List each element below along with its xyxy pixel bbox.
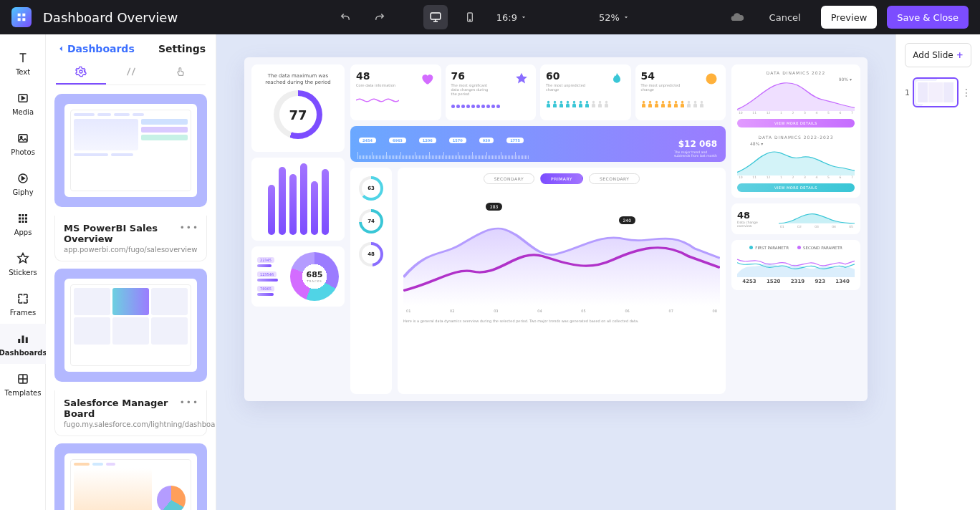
cancel-button[interactable]: Cancel [759,6,811,29]
chevron-left-icon [56,44,66,54]
gauge-ring: 77 [274,90,322,139]
rail-label: Giphy [12,188,33,196]
svg-point-27 [586,101,588,103]
param-value: 1520 [767,279,780,284]
banner-bubble: 930 [479,138,494,143]
mini-ring: 63 [359,176,383,201]
dashboard-canvas[interactable]: The data maximum was reached during the … [244,57,868,401]
panel-tab-map[interactable] [106,60,156,85]
dashboard-name: Salesforce Manager Board [64,398,198,419]
rail-label: Apps [14,228,32,236]
svg-point-21 [547,101,549,103]
circle-icon [704,72,719,86]
route-icon [125,66,137,77]
svg-point-29 [599,101,601,103]
rail-label: Photos [11,148,35,156]
svg-point-37 [674,101,676,103]
banner-bubble: 1775 [506,138,524,143]
rail-label: Frames [10,309,36,317]
svg-point-41 [700,101,702,103]
bar [289,174,297,235]
svg-rect-18 [26,337,28,342]
back-button[interactable]: Dashboards [56,43,135,54]
rail-item-frames[interactable]: Frames [0,284,46,324]
aspect-ratio-label: 16:9 [496,12,517,23]
track-bar [257,264,272,267]
svg-rect-8 [22,214,24,216]
svg-rect-0 [431,13,441,19]
card-menu-icon[interactable]: ••• [180,398,199,408]
rail-item-templates[interactable]: Templates [0,364,46,404]
add-slide-button[interactable]: Add Slide + [905,43,971,67]
rail-item-text[interactable]: Text [0,43,46,83]
undo-icon[interactable] [333,5,357,29]
canvas-area[interactable]: The data maximum was reached during the … [216,34,895,510]
chart-pill[interactable]: SECONDARY [589,173,640,184]
dashboard-thumbnail [64,104,197,197]
bars-card [251,158,345,241]
svg-point-36 [668,101,670,103]
svg-point-32 [642,101,644,103]
svg-point-20 [80,70,82,73]
zoom-select[interactable]: 52% [595,12,634,23]
stickers-icon [16,251,30,266]
stat-label: The most unpredicted change [641,83,684,92]
svg-point-26 [580,101,582,103]
chevron-down-icon [520,14,527,21]
rail-item-photos[interactable]: Photos [0,123,46,163]
main-chart-card: SECONDARYPRIMARYSECONDARY 283240 01020 [398,168,726,394]
rail-item-giphy[interactable]: Giphy [0,163,46,203]
cloud-sync-icon[interactable] [725,5,749,29]
view-details-button-a[interactable]: VIEW MORE DETAILS [737,119,855,128]
save-close-button[interactable]: Save & Close [887,6,969,29]
desktop-view-icon[interactable] [423,5,448,29]
chart-pill[interactable]: PRIMARY [540,173,583,184]
rail-item-dashboards[interactable]: Dashboards [0,324,46,364]
mobile-view-icon[interactable] [458,5,482,29]
svg-rect-9 [25,214,27,216]
stat-tile: 54The most unpredicted change [635,64,726,120]
rail-label: Stickers [9,269,37,276]
text-icon [16,51,30,65]
svg-rect-7 [19,214,21,216]
star-icon [514,72,529,86]
dashboard-card[interactable] [54,94,207,207]
svg-rect-16 [18,339,20,343]
rail-item-stickers[interactable]: Stickers [0,244,46,284]
svg-point-33 [648,101,650,103]
design-title-input[interactable] [42,9,242,26]
redo-icon[interactable] [368,5,392,29]
slide-thumbnail[interactable] [913,77,959,107]
chart-pill[interactable]: SECONDARY [484,173,535,184]
bar [322,169,329,235]
track-label: 22345 [257,257,274,263]
bar [279,167,286,235]
slide-menu-icon[interactable]: ⋮ [961,87,971,98]
rail-item-apps[interactable]: Apps [0,203,46,244]
panel-tab-touch[interactable] [155,60,206,85]
preview-button[interactable]: Preview [821,6,878,29]
svg-point-28 [592,101,595,103]
settings-link[interactable]: Settings [158,43,206,54]
panel-tab-settings[interactable] [56,60,106,85]
dashboard-card[interactable] [54,269,207,382]
card-menu-icon[interactable]: ••• [180,223,199,233]
chevron-down-icon [623,14,630,21]
chart-description: Here is a general data dynamics overview… [403,319,720,324]
slide-item[interactable]: 1 ⋮ [905,77,971,107]
aspect-ratio-select[interactable]: 16:9 [492,12,532,23]
rail-item-media[interactable]: Media [0,83,46,123]
side-panel: Dashboards Settings MS PowerBI Sales Ove… [46,34,216,510]
slides-panel: Add Slide + 1 ⋮ [895,34,980,510]
zoom-label: 52% [599,12,620,23]
view-details-button-b[interactable]: VIEW MORE DETAILS [737,183,855,192]
summary-caption: The data maximum was reached during the … [259,73,337,86]
svg-point-34 [655,101,657,103]
heart-icon [420,72,434,86]
area-b-title: DATA DINAMICS 2022-2023 [737,135,855,140]
dashboard-card[interactable] [54,443,207,510]
params-card: FIRST PARAMETR SECOND PARAMETR 425315202… [731,240,860,290]
svg-rect-4 [19,134,27,142]
tracks-ring: 685 TRACKS [290,252,339,301]
dashboard-url: app.powerbi.com/fugo/salesoverview [64,246,198,254]
